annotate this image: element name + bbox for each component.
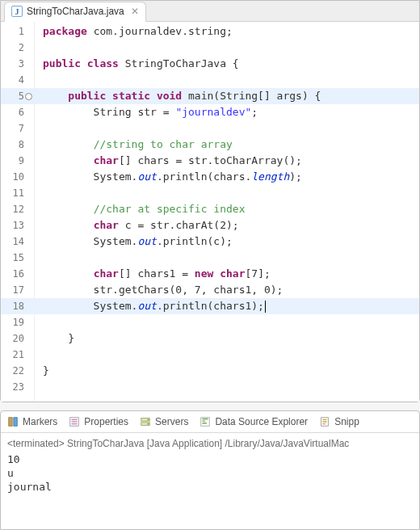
- line-number: 7: [1, 120, 24, 137]
- line-number: 11: [1, 185, 24, 201]
- java-file-icon: J: [11, 6, 23, 17]
- view-tab-label: Snipp: [334, 416, 359, 427]
- line-number: 23: [1, 379, 24, 395]
- line-number: 14: [1, 233, 24, 250]
- line-number: 10: [1, 169, 24, 185]
- code-line[interactable]: str.getChars(0, 7, chars1, 0);: [43, 282, 419, 298]
- dse-icon: [200, 416, 211, 427]
- svg-point-8: [148, 419, 149, 421]
- svg-point-9: [148, 423, 149, 425]
- code-line[interactable]: }: [43, 330, 419, 347]
- view-tab-label: Servers: [155, 416, 188, 427]
- line-number: 21: [1, 347, 24, 363]
- view-tab-servers[interactable]: Servers: [140, 416, 188, 427]
- line-number: 22: [1, 363, 24, 379]
- text-caret: [265, 301, 266, 313]
- properties-icon: [69, 416, 80, 427]
- line-number: 1: [1, 23, 24, 40]
- code-area[interactable]: 1234567891011121314151617181920212223 pa…: [1, 22, 419, 402]
- line-number: 18: [1, 298, 24, 314]
- console-output: 10 u journal: [1, 452, 419, 498]
- code-line[interactable]: }: [43, 363, 419, 379]
- code-line[interactable]: char[] chars = str.toCharArray();: [43, 153, 419, 169]
- console-header: <terminated> StringToCharJava [Java Appl…: [1, 433, 419, 452]
- line-number: 4: [1, 72, 24, 88]
- line-number: 2: [1, 40, 24, 56]
- view-tab-dse[interactable]: Data Source Explorer: [200, 416, 308, 427]
- editor-pane: J StringToCharJava.java ✕ 12345678910111…: [0, 0, 420, 402]
- code-line[interactable]: [43, 314, 419, 330]
- code-line[interactable]: [43, 379, 419, 395]
- views-tabs: MarkersPropertiesServersData Source Expl…: [1, 411, 419, 433]
- code-line[interactable]: [43, 120, 419, 137]
- code-line[interactable]: package com.journaldev.string;: [43, 23, 419, 40]
- line-number: 5: [1, 88, 24, 104]
- line-number: 16: [1, 266, 24, 282]
- line-number: 6: [1, 104, 24, 120]
- code-line[interactable]: //char at specific index: [43, 201, 419, 217]
- editor-tab-label: StringToCharJava.java: [27, 6, 124, 17]
- code-line[interactable]: [43, 185, 419, 201]
- code-line[interactable]: [43, 250, 419, 266]
- view-tab-markers[interactable]: Markers: [7, 416, 57, 427]
- line-number: 3: [1, 56, 24, 72]
- snippets-icon: [319, 416, 330, 427]
- view-tab-properties[interactable]: Properties: [69, 416, 128, 427]
- editor-tab-bar: J StringToCharJava.java ✕: [1, 1, 419, 22]
- code-line[interactable]: public static void main(String[] args) {: [43, 88, 419, 104]
- code-line[interactable]: char[] chars1 = new char[7];: [43, 266, 419, 282]
- close-icon[interactable]: ✕: [131, 6, 139, 17]
- code-line[interactable]: [43, 72, 419, 88]
- code-content[interactable]: package com.journaldev.string;public cla…: [35, 22, 419, 402]
- line-number: 8: [1, 137, 24, 153]
- code-line[interactable]: public class StringToCharJava {: [43, 56, 419, 72]
- view-tab-label: Properties: [84, 416, 128, 427]
- code-line[interactable]: //string to char array: [43, 137, 419, 153]
- line-number: 19: [1, 314, 24, 330]
- code-line[interactable]: char c = str.charAt(2);: [43, 217, 419, 233]
- code-line[interactable]: System.out.println(c);: [43, 233, 419, 250]
- code-line[interactable]: [43, 347, 419, 363]
- servers-icon: [140, 416, 151, 427]
- line-number: 17: [1, 282, 24, 298]
- line-number-gutter: 1234567891011121314151617181920212223: [1, 22, 35, 402]
- line-number: 15: [1, 250, 24, 266]
- view-tab-label: Markers: [23, 416, 57, 427]
- line-number: 13: [1, 217, 24, 233]
- code-line[interactable]: [43, 40, 419, 56]
- code-line[interactable]: System.out.println(chars.length);: [43, 169, 419, 185]
- line-number: 9: [1, 153, 24, 169]
- svg-rect-0: [9, 418, 12, 427]
- editor-tab[interactable]: J StringToCharJava.java ✕: [4, 2, 146, 22]
- svg-rect-1: [14, 418, 17, 427]
- code-line[interactable]: System.out.println(chars1);: [43, 298, 419, 314]
- view-tab-label: Data Source Explorer: [215, 416, 308, 427]
- line-number: 20: [1, 330, 24, 347]
- markers-icon: [7, 416, 19, 427]
- code-line[interactable]: String str = "journaldev";: [43, 104, 419, 120]
- bottom-panel: MarkersPropertiesServersData Source Expl…: [0, 410, 420, 530]
- view-tab-snippets[interactable]: Snipp: [319, 416, 359, 427]
- line-number: 12: [1, 201, 24, 217]
